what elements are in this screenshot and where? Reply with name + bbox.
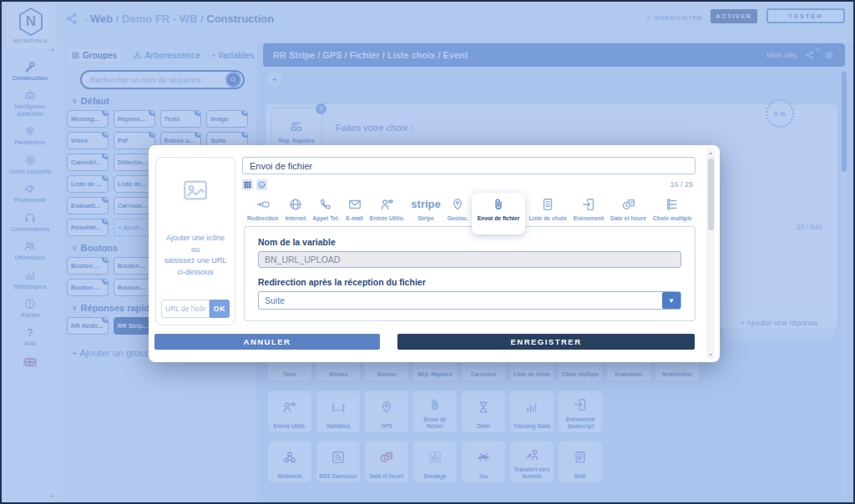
variable-name-input [258, 251, 681, 268]
envoi-de-fichier-modal: Ajouter une icône ou saisissez une URL c… [149, 145, 720, 362]
list-doc-icon [540, 197, 555, 212]
tab-choix-multiple[interactable]: Choix multiple [650, 193, 696, 226]
tab-stripe[interactable]: stripe Stripe [407, 193, 443, 226]
scroll-down-icon[interactable]: ▼ [709, 352, 713, 357]
redirect-select-value: Suite [259, 295, 662, 305]
map-pin-icon [450, 197, 465, 212]
tab-evenement[interactable]: Evénement [570, 193, 607, 226]
tab-liste-de-choix[interactable]: Liste de choix [525, 193, 569, 226]
stripe-wordmark: stripe [411, 197, 440, 212]
icon-upload-panel: Ajouter une icône ou saisissez une URL c… [155, 157, 235, 325]
image-placeholder-icon[interactable] [180, 176, 211, 204]
scroll-up-icon[interactable]: ▲ [709, 150, 713, 155]
save-button[interactable]: ENREGISTRER [397, 334, 695, 350]
user-input-icon [380, 197, 395, 212]
tab-redirection[interactable]: Redirection [244, 193, 281, 226]
redirect-label: Redirection après la réception du fichie… [258, 277, 681, 287]
tab-internet[interactable]: Internet [281, 193, 309, 226]
globe-icon [288, 197, 303, 212]
tab-entree-utilis[interactable]: Entrée Utilis. [367, 193, 408, 226]
paperclip-icon [491, 197, 506, 212]
tab-date-et-heure[interactable]: Date et heure [607, 193, 650, 226]
redirection-icon [255, 197, 271, 212]
envelope-icon [347, 197, 362, 212]
redirect-select[interactable]: Suite ▼ [258, 291, 681, 310]
name-char-counter: 16 / 25 [670, 180, 693, 189]
tab-appel-tel[interactable]: Appel Tel. [309, 193, 342, 226]
tab-email[interactable]: E-mail [342, 193, 366, 226]
exit-box-icon [581, 197, 596, 212]
file-upload-form: Nom de la variable Redirection après la … [244, 226, 696, 321]
variable-name-label: Nom de la variable [258, 237, 681, 247]
botnation-app: ← Web / Demo FR - WB / Construction ✓ EN… [0, 0, 855, 504]
icon-panel-hint: Ajouter une icône ou saisissez une URL c… [161, 233, 230, 278]
checklist-icon [665, 197, 680, 212]
icon-url-ok-button[interactable]: OK [210, 300, 230, 318]
block-type-tabs: Redirection Internet Appel Tel. E-mail E… [244, 193, 696, 226]
tab-envoi-de-fichier[interactable]: Envoi de fichier [472, 193, 526, 234]
emoji-picker-icon[interactable] [256, 179, 267, 190]
icon-url-input[interactable] [161, 300, 210, 318]
block-name-input[interactable] [242, 157, 696, 174]
clock-calendar-icon [621, 197, 636, 212]
cancel-button[interactable]: ANNULER [154, 334, 380, 350]
tab-geoloc[interactable]: Geoloc. [444, 193, 472, 226]
phone-icon [318, 197, 333, 212]
dropdown-arrow-icon[interactable]: ▼ [662, 292, 680, 309]
insert-variable-icon[interactable] [242, 179, 253, 190]
modal-scrollbar[interactable]: ▲ ▼ [706, 149, 715, 359]
